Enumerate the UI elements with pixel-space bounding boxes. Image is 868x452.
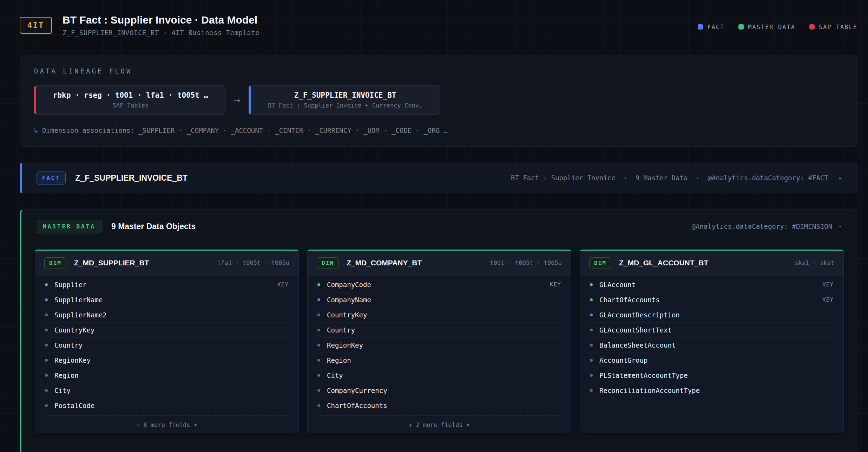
- field-row: GLAccount KEY: [589, 277, 834, 292]
- more-fields-toggle[interactable]: + 2 more fields ▾: [317, 415, 562, 433]
- field-type-dot-icon: [317, 298, 320, 301]
- field-type-dot-icon: [317, 389, 320, 392]
- legend-item: FACT: [698, 24, 724, 31]
- dimension-card: DIM Z_MD_COMPANY_BT t001 · t005t · t005u…: [307, 250, 571, 433]
- legend-swatch-icon: [698, 24, 703, 30]
- lineage-target-title: Z_F_SUPPLIER_INVOICE_BT: [261, 91, 429, 99]
- field-type-dot-icon: [317, 329, 320, 331]
- legend-swatch-icon: [738, 24, 744, 30]
- legend-label: FACT: [707, 24, 724, 31]
- field-type-dot-icon: [45, 298, 48, 301]
- field-name: GLAccountDescription: [599, 311, 680, 319]
- field-type-dot-icon: [317, 404, 320, 407]
- field-row: ChartOfAccounts: [317, 398, 562, 413]
- field-row: SupplierName: [44, 292, 289, 308]
- fact-name: Z_F_SUPPLIER_INVOICE_BT: [75, 173, 188, 183]
- chevron-right-icon[interactable]: ▸: [839, 174, 842, 181]
- field-row: Country: [44, 338, 289, 353]
- master-data-header: MASTER DATA 9 Master Data Objects @Analy…: [35, 220, 844, 233]
- field-type-dot-icon: [590, 359, 593, 362]
- flow-arrow-icon: →: [234, 94, 240, 106]
- dimension-associations: ↳ Dimension associations: _SUPPLIER · _C…: [34, 127, 843, 134]
- field-type-dot-icon: [45, 359, 48, 362]
- master-data-section: MASTER DATA 9 Master Data Objects @Analy…: [20, 209, 857, 452]
- dim-badge: DIM: [589, 257, 611, 269]
- 4it-logo: 4IT: [20, 17, 52, 34]
- field-type-dot-icon: [317, 344, 320, 347]
- title-block: BT Fact : Supplier Invoice · Data Model …: [63, 14, 259, 37]
- field-row: CompanyCurrency: [317, 383, 562, 398]
- page-title: BT Fact : Supplier Invoice · Data Model: [63, 14, 259, 26]
- lineage-source-title: rbkp · rseg · t001 · lfa1 · t005t …: [47, 91, 215, 99]
- field-row: SupplierName2: [44, 308, 289, 323]
- lineage-flow-row: rbkp · rseg · t001 · lfa1 · t005t … SAP …: [34, 85, 843, 115]
- field-name: ChartOfAccounts: [327, 402, 387, 409]
- field-name: RegionKey: [54, 356, 91, 364]
- field-row: ChartOfAccounts KEY: [589, 292, 834, 308]
- master-data-badge: MASTER DATA: [37, 220, 101, 233]
- field-name: CompanyCode: [327, 281, 371, 289]
- field-row: CountryKey: [44, 323, 289, 338]
- field-name: Supplier: [54, 281, 87, 289]
- field-type-dot-icon: [590, 314, 593, 316]
- lineage-target-node: Z_F_SUPPLIER_INVOICE_BT BT Fact : Suppli…: [249, 85, 440, 115]
- field-row: CompanyName: [317, 292, 562, 308]
- field-row: GLAccountDescription: [589, 308, 834, 323]
- fact-badge: FACT: [37, 172, 66, 185]
- field-type-dot-icon: [317, 359, 320, 362]
- dim-badge: DIM: [317, 257, 339, 269]
- key-tag: KEY: [277, 281, 289, 288]
- field-name: GLAccount: [599, 281, 636, 289]
- field-type-dot-icon: [45, 314, 48, 316]
- field-type-dot-icon: [45, 389, 48, 392]
- field-list: Supplier KEY SupplierName SupplierName2 …: [35, 276, 298, 413]
- field-type-dot-icon: [317, 374, 320, 377]
- field-row: PLStatementAccountType: [589, 368, 834, 383]
- field-row: City: [44, 383, 289, 398]
- field-type-dot-icon: [317, 314, 320, 316]
- field-name: RegionKey: [327, 341, 363, 349]
- field-name: ReconciliationAccountType: [599, 387, 700, 394]
- dimension-card-header: DIM Z_MD_GL_ACCOUNT_BT ska1 · skat: [580, 251, 843, 276]
- field-name: CompanyName: [327, 296, 371, 304]
- chevron-down-icon: ▾: [839, 223, 842, 230]
- field-name: ChartOfAccounts: [599, 296, 660, 304]
- legend-item: SAP TABLE: [809, 24, 857, 31]
- field-name: CompanyCurrency: [327, 387, 387, 394]
- dim-badge: DIM: [44, 257, 66, 269]
- field-name: Region: [54, 372, 79, 379]
- dimension-source-tables: ska1 · skat: [795, 259, 834, 266]
- field-type-dot-icon: [45, 283, 48, 286]
- fact-meta: BT Fact : Supplier Invoice · 9 Master Da…: [511, 174, 828, 182]
- legend: FACTMASTER DATASAP TABLE: [698, 24, 857, 31]
- data-category-annotation: @Analytics.dataCategory: #DIMENSION: [692, 222, 832, 230]
- field-name: Country: [54, 341, 83, 349]
- legend-swatch-icon: [809, 24, 815, 30]
- dimension-name: Z_MD_SUPPLIER_BT: [74, 259, 149, 267]
- page-subtitle: Z_F_SUPPLIER_INVOICE_BT · 4IT Business T…: [63, 29, 259, 37]
- dimension-card-header: DIM Z_MD_SUPPLIER_BT lfa1 · t005t · t005…: [35, 251, 298, 276]
- master-data-cards: DIM Z_MD_SUPPLIER_BT lfa1 · t005t · t005…: [35, 250, 844, 433]
- field-row: CountryKey: [317, 308, 562, 323]
- field-name: City: [54, 387, 71, 394]
- dimension-card: DIM Z_MD_SUPPLIER_BT lfa1 · t005t · t005…: [35, 250, 299, 433]
- field-row: Country: [317, 323, 562, 338]
- field-name: PLStatementAccountType: [599, 372, 688, 379]
- field-name: BalanceSheetAccount: [599, 341, 676, 349]
- field-name: CountryKey: [327, 311, 367, 319]
- field-name: CountryKey: [54, 326, 94, 334]
- field-name: City: [327, 372, 343, 379]
- field-row: RegionKey: [44, 353, 289, 368]
- legend-label: SAP TABLE: [819, 24, 857, 31]
- field-name: SupplierName2: [54, 311, 107, 319]
- fact-row[interactable]: FACT Z_F_SUPPLIER_INVOICE_BT BT Fact : S…: [20, 163, 857, 193]
- more-fields-toggle[interactable]: + 8 more fields ▾: [44, 415, 289, 433]
- field-name: GLAccountShortText: [599, 326, 672, 334]
- dimension-source-tables: t001 · t005t · t005u: [490, 259, 562, 266]
- field-row: Supplier KEY: [44, 277, 289, 292]
- lineage-section-label: DATA LINEAGE FLOW: [34, 67, 843, 75]
- dimension-name: Z_MD_GL_ACCOUNT_BT: [619, 259, 708, 267]
- dimension-card: DIM Z_MD_GL_ACCOUNT_BT ska1 · skat GLAcc…: [580, 250, 844, 433]
- dimension-name: Z_MD_COMPANY_BT: [347, 259, 422, 267]
- data-category-dropdown[interactable]: @Analytics.dataCategory: #DIMENSION ▾: [692, 222, 842, 230]
